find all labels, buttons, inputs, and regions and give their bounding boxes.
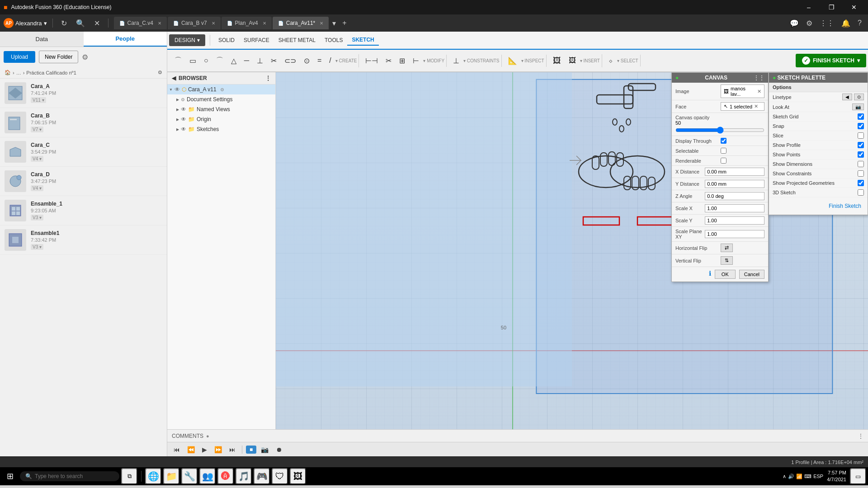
record-btn[interactable]: ⏺ [273, 445, 285, 454]
renderable-checkbox[interactable] [721, 158, 726, 164]
x-distance-input[interactable] [705, 168, 764, 176]
expand-icon[interactable]: ▶ [176, 117, 179, 122]
browser-item-origin[interactable]: ▶ 👁 📁 Origin [167, 114, 275, 124]
display-through-checkbox[interactable] [721, 138, 726, 144]
tab-cara-a-active[interactable]: 📄 Cara_Av11* ✕ [273, 17, 329, 29]
trim-tool[interactable]: ✂ [382, 55, 395, 67]
chat-button[interactable]: 💬 [787, 18, 802, 28]
y-distance-input[interactable] [705, 180, 764, 188]
triangle-tool[interactable]: △ [227, 55, 240, 67]
ellipse-tool[interactable]: ⊂⊃ [281, 55, 300, 67]
settings-button[interactable]: ⚙ [803, 18, 815, 28]
sketch-grid-checkbox[interactable] [858, 113, 864, 120]
browser-dots-icon[interactable]: ⋮ [265, 75, 271, 81]
info-icon[interactable]: ℹ [709, 270, 711, 279]
circle-tool[interactable]: ○ [200, 55, 212, 66]
task-clock[interactable]: 7:57 PM 4/7/2021 [827, 469, 846, 483]
tab-dropdown-button[interactable]: ▾ [330, 18, 339, 28]
tab-plan-a[interactable]: 📄 Plan_Av4 ✕ [222, 17, 272, 29]
line3-tool[interactable]: ⊥ [253, 55, 267, 67]
notification-button[interactable]: 🔔 [839, 18, 853, 28]
sketch-3d-checkbox[interactable] [858, 189, 864, 196]
teams-button[interactable]: 👥 [199, 468, 216, 484]
tab-sheet-metal[interactable]: SHEET METAL [274, 35, 320, 45]
list-item[interactable]: Cara_B 7:06:15 PM V7 ▾ [0, 108, 167, 137]
canvas-tool[interactable]: 🖼 [549, 54, 565, 67]
cancel-button[interactable]: Cancel [739, 270, 764, 279]
tab-people[interactable]: People [84, 32, 167, 47]
show-desktop-button[interactable]: ▭ [850, 468, 866, 484]
list-item[interactable]: Cara_C 3:54:29 PM V4 ▾ [0, 137, 167, 167]
close-toolbar-button[interactable]: ✕ [91, 18, 103, 28]
face-chip-close[interactable]: ✕ [754, 103, 758, 109]
tab-close-cara-a[interactable]: ✕ [320, 21, 323, 26]
maximize-button[interactable]: ❐ [821, 0, 842, 14]
browser-item-doc-settings[interactable]: ▶ ⚙ Document Settings [167, 94, 275, 104]
user-section[interactable]: AP Alexandra ▾ [4, 18, 47, 28]
app-button[interactable]: 🛡 [272, 468, 288, 484]
timeline-toggle[interactable]: ■ [246, 446, 256, 454]
line4-tool[interactable]: ✂ [267, 55, 280, 67]
palette-finish-sketch-button[interactable]: Finish Sketch [772, 200, 865, 212]
selectable-checkbox[interactable] [721, 148, 726, 154]
finish-sketch-button[interactable]: ✓ FINISH SKETCH ▾ [796, 54, 866, 67]
upload-button[interactable]: Upload [4, 51, 35, 63]
autodesk-button[interactable]: 🅐 [217, 468, 234, 484]
image-tool[interactable]: 🖼 [565, 55, 580, 66]
sync-button[interactable]: ↻ [58, 18, 70, 28]
browser-taskbar-button[interactable]: 🌐 [145, 468, 161, 484]
show-constraints-checkbox[interactable] [858, 170, 864, 177]
select-tool[interactable]: ⬦ [605, 55, 617, 66]
tab-cara-b[interactable]: 📄 Cara_B v7 ✕ [168, 17, 221, 29]
v-flip-button[interactable]: ⇅ [721, 256, 733, 265]
tab-sketch[interactable]: SKETCH [347, 35, 378, 46]
taskbar-search-input[interactable] [35, 473, 107, 479]
z-angle-input[interactable] [705, 192, 764, 200]
line-tool[interactable]: ⌒ [171, 54, 185, 67]
list-item[interactable]: Ensamble1 7:33:42 PM V3 ▾ [0, 225, 167, 255]
slice-checkbox[interactable] [858, 132, 864, 139]
game-button[interactable]: 🎮 [254, 468, 270, 484]
list-item[interactable]: Cara_A 7:41:24 PM V11 ▾ [0, 79, 167, 108]
tab-cara-c[interactable]: 📄 Cara_C.v4 ✕ [114, 17, 167, 29]
music-button[interactable]: 🎵 [236, 468, 252, 484]
grid-button[interactable]: ⋮⋮ [817, 18, 837, 28]
volume-icon[interactable]: 🔊 [788, 474, 794, 479]
show-projected-checkbox[interactable] [858, 180, 864, 186]
line2-tool[interactable]: ─ [241, 55, 253, 66]
h-flip-button[interactable]: ⇄ [721, 244, 733, 252]
start-button[interactable]: ⊞ [2, 467, 18, 485]
look-at-button[interactable]: 📷 [852, 103, 864, 110]
camera-btn[interactable]: 📷 [258, 445, 271, 454]
arc-tool[interactable]: ⌒ [212, 54, 227, 67]
design-dropdown-button[interactable]: DESIGN ▾ [169, 34, 205, 46]
rect-tool[interactable]: ▭ [186, 55, 200, 67]
new-tab-button[interactable]: + [340, 18, 349, 28]
browser-item-named-views[interactable]: ▶ 👁 📁 Named Views [167, 104, 275, 114]
linetype-btn2[interactable]: ⊙ [854, 94, 864, 100]
breadcrumb-settings-icon[interactable]: ⚙ [158, 70, 162, 75]
canvas-expand-button[interactable]: ⋮⋮ [754, 75, 764, 81]
scale-plane-input[interactable] [705, 230, 764, 238]
inspect-tool[interactable]: 📐 [505, 55, 521, 67]
list-item[interactable]: Ensamble_1 9:23:05 AM V3 ▾ [0, 196, 167, 225]
fusion-taskbar-button[interactable]: 🔧 [181, 468, 198, 484]
visibility-icon[interactable]: 👁 [175, 86, 180, 93]
browser-collapse-icon[interactable]: ◀ [172, 75, 176, 81]
browser-item-root[interactable]: ▼ 👁 ⬡ Cara_A v11 ⚙ [167, 84, 275, 94]
tab-surface[interactable]: SURFACE [239, 35, 274, 45]
opacity-slider[interactable] [675, 127, 764, 134]
snap-checkbox[interactable] [858, 123, 864, 129]
home-icon[interactable]: 🏠 [5, 70, 11, 75]
chevron-up-icon[interactable]: ∧ [783, 474, 786, 479]
scale-x-input[interactable] [705, 204, 764, 212]
measure-tool[interactable]: ⊢ [409, 55, 423, 67]
minimize-button[interactable]: – [798, 0, 819, 14]
comments-expand-icon[interactable]: ⋮ [858, 433, 863, 439]
keyboard-icon[interactable]: ⌨ [804, 474, 811, 479]
show-profile-checkbox[interactable] [858, 142, 864, 148]
help-button[interactable]: ? [855, 18, 864, 28]
task-view-button[interactable]: ⧉ [121, 468, 137, 484]
scale-y-input[interactable] [705, 216, 764, 225]
list-item[interactable]: Cara_D 3:47:23 PM V4 ▾ [0, 167, 167, 196]
